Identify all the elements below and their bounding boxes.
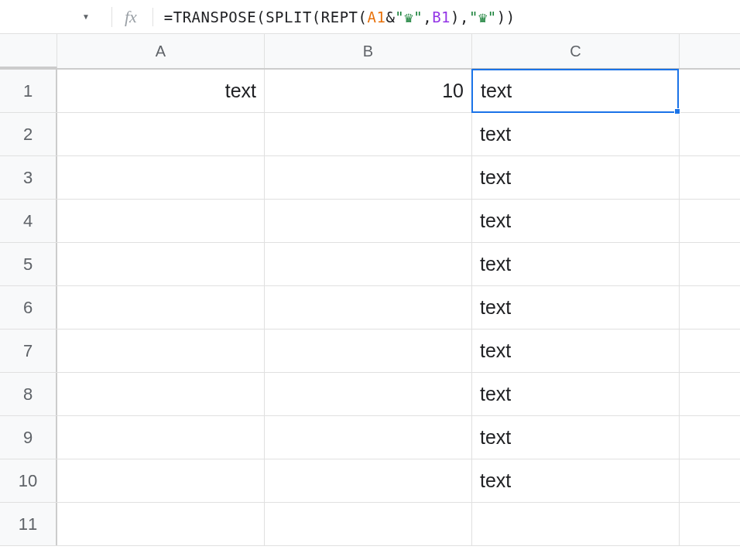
cell-d6[interactable] [680,286,740,329]
cell-b2[interactable] [265,113,472,155]
row-header-8[interactable]: 8 [0,373,57,415]
selection-fill-handle[interactable] [674,108,680,114]
cell-a8[interactable] [57,373,265,415]
row-1: 1 text 10 text [0,70,740,113]
cell-a6[interactable] [57,286,265,329]
cell-c8[interactable]: text [472,373,680,415]
cell-a1[interactable]: text [57,70,265,112]
cell-d8[interactable] [680,373,740,415]
cell-b4[interactable] [265,200,472,242]
row-header-10[interactable]: 10 [0,459,57,502]
cell-c10[interactable]: text [472,459,680,502]
spreadsheet-grid: A B C 1 text 10 text 2 text 3 text 4 tex… [0,34,740,546]
cell-c2[interactable]: text [472,113,680,155]
cell-b5[interactable] [265,243,472,285]
cell-b6[interactable] [265,286,472,329]
row-header-11[interactable]: 11 [0,503,57,545]
fx-label: fx [111,7,149,27]
col-header-a[interactable]: A [57,34,265,68]
row-header-2[interactable]: 2 [0,113,57,155]
col-header-overflow[interactable] [680,34,740,68]
cell-c9[interactable]: text [472,416,680,459]
row-header-7[interactable]: 7 [0,330,57,372]
name-box[interactable]: ▼ [76,9,105,24]
row-header-6[interactable]: 6 [0,286,57,329]
cell-d7[interactable] [680,330,740,372]
cell-d4[interactable] [680,200,740,242]
cell-a11[interactable] [57,503,265,545]
cell-c3[interactable]: text [472,156,680,199]
cell-b7[interactable] [265,330,472,372]
cell-d1[interactable] [678,70,738,112]
name-box-dropdown-icon[interactable]: ▼ [76,9,96,24]
row-9: 9 text [0,416,740,459]
cell-a10[interactable] [57,459,265,502]
formula-input[interactable]: =TRANSPOSE(SPLIT(REPT(A1&"♛",B1),"♛")) [161,5,734,29]
row-header-3[interactable]: 3 [0,156,57,199]
formula-bar: ▼ fx =TRANSPOSE(SPLIT(REPT(A1&"♛",B1),"♛… [0,0,740,34]
cell-c11[interactable] [472,503,680,545]
cell-b11[interactable] [265,503,472,545]
row-header-5[interactable]: 5 [0,243,57,285]
row-2: 2 text [0,113,740,156]
cell-b10[interactable] [265,459,472,502]
cell-b1[interactable]: 10 [265,70,472,112]
cell-b8[interactable] [265,373,472,415]
cell-a3[interactable] [57,156,265,199]
cell-a5[interactable] [57,243,265,285]
cell-a2[interactable] [57,113,265,155]
cell-d3[interactable] [680,156,740,199]
cell-d10[interactable] [680,459,740,502]
cell-a4[interactable] [57,200,265,242]
cell-c7[interactable]: text [472,330,680,372]
col-header-c[interactable]: C [472,34,680,68]
cell-c4[interactable]: text [472,200,680,242]
row-8: 8 text [0,373,740,416]
row-3: 3 text [0,156,740,200]
cell-d11[interactable] [680,503,740,545]
row-6: 6 text [0,286,740,330]
column-headers: A B C [0,34,740,70]
row-4: 4 text [0,200,740,243]
row-header-4[interactable]: 4 [0,200,57,242]
row-11: 11 [0,503,740,546]
select-all-corner[interactable] [0,34,57,68]
cell-a7[interactable] [57,330,265,372]
cell-d2[interactable] [680,113,740,155]
cell-c5[interactable]: text [472,243,680,285]
row-header-1[interactable]: 1 [0,70,57,112]
cell-b3[interactable] [265,156,472,199]
col-header-b[interactable]: B [265,34,472,68]
row-7: 7 text [0,330,740,373]
row-5: 5 text [0,243,740,286]
cell-c6[interactable]: text [472,286,680,329]
formula-bar-divider [152,8,153,26]
cell-a9[interactable] [57,416,265,459]
cell-d9[interactable] [680,416,740,459]
row-10: 10 text [0,459,740,503]
cell-d5[interactable] [680,243,740,285]
cell-b9[interactable] [265,416,472,459]
row-header-9[interactable]: 9 [0,416,57,459]
cell-c1[interactable]: text [471,69,679,113]
